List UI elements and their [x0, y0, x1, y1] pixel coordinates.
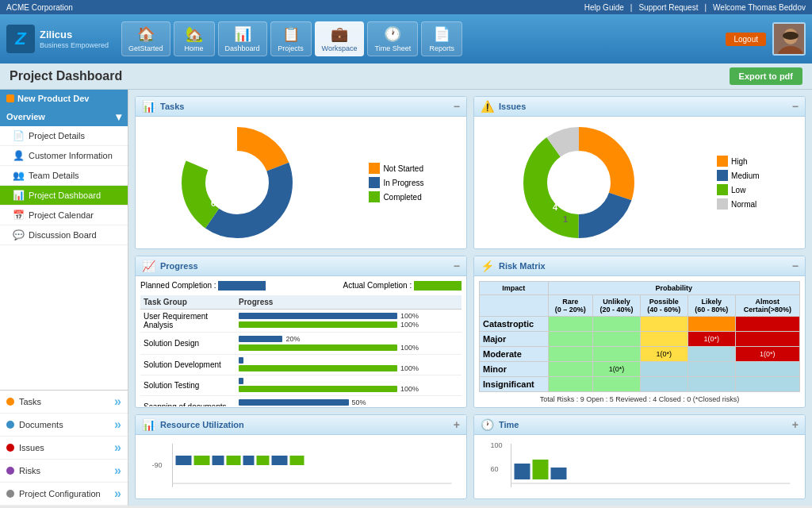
nav-items: 🏠 GetStarted 🏡 Home 📊 Dashboard 📋 Projec…: [121, 21, 462, 56]
normal-color: [717, 198, 728, 210]
legend-completed: Completed: [369, 191, 423, 202]
help-guide-link[interactable]: Help Guide: [584, 3, 624, 12]
issues-dot: [6, 444, 14, 452]
risk-cell-major-likely: 1(0*): [688, 331, 735, 346]
top-links: Help Guide | Support Request | Welcome T…: [584, 3, 806, 12]
sidebar-item-customer-information[interactable]: 👤 Customer Information: [0, 146, 128, 166]
nav-timesheet-label: Time Sheet: [374, 44, 411, 52]
in-progress-color: [369, 177, 380, 188]
legend-in-progress: In Progress: [369, 177, 423, 188]
sidebar-tasks-item[interactable]: Tasks »: [0, 391, 128, 414]
task-progress-cell: 100%: [236, 375, 462, 395]
planned-progress-bar: [239, 313, 397, 319]
sidebar-documents-item[interactable]: Documents »: [0, 414, 128, 437]
issues-arrow-icon: »: [114, 441, 121, 455]
logout-button[interactable]: Logout: [726, 33, 766, 46]
planned-completion-label: Planned Completion :: [140, 281, 266, 291]
risk-cell: [640, 361, 688, 376]
project-calendar-icon: 📅: [13, 210, 24, 221]
sidebar-item-project-details[interactable]: 📄 Project Details: [0, 126, 128, 146]
nav-timesheet[interactable]: 🕐 Time Sheet: [367, 21, 418, 56]
svg-rect-29: [290, 456, 304, 465]
tasks-minimize-button[interactable]: −: [454, 100, 460, 113]
home-icon: 🏡: [186, 25, 203, 43]
issues-panel-body: 3 2 4 1 High Medium Lo: [474, 117, 805, 248]
nav-dashboard-label: Dashboard: [225, 44, 260, 52]
time-minimize-button[interactable]: +: [792, 418, 799, 431]
risk-cell-moderate-certain: 1(0*): [735, 346, 799, 361]
risk-cell: [548, 361, 592, 376]
timesheet-icon: 🕐: [384, 25, 401, 43]
progress-table-row: Scanning of documents50%50%: [140, 395, 462, 406]
nav-reports[interactable]: 📄 Reports: [421, 21, 462, 56]
resource-panel-header: 📊 Resource Utilization +: [136, 415, 466, 435]
nav-projects[interactable]: 📋 Projects: [270, 21, 312, 56]
risk-cell: [592, 316, 640, 331]
sidebar-issues-item[interactable]: Issues »: [0, 437, 128, 460]
risk-cell: [640, 316, 688, 331]
insignificant-row: Insignificant: [480, 376, 800, 391]
legend-normal: Normal: [717, 198, 760, 210]
project-dashboard-icon: 📊: [13, 190, 24, 201]
risk-panel-body: Impact Probability Rare(0 – 20%) Unlikel…: [474, 276, 805, 408]
task-name: Solution Development: [140, 354, 236, 375]
rare-header: Rare(0 – 20%): [548, 294, 592, 316]
sidebar-item-discussion-board[interactable]: 💬 Discussion Board: [0, 225, 128, 245]
risk-minimize-button[interactable]: −: [792, 260, 799, 272]
nav-home[interactable]: 🏡 Home: [174, 21, 215, 56]
risk-cell: [592, 331, 640, 346]
tasks-legend: Not Started In Progress Completed: [369, 163, 423, 202]
issues-minimize-button[interactable]: −: [792, 100, 799, 113]
sidebar-overview-section[interactable]: Overview ▾: [0, 107, 128, 126]
resource-minimize-button[interactable]: +: [454, 418, 460, 431]
high-label: High: [731, 157, 748, 166]
sidebar-item-label: Project Calendar: [29, 210, 94, 220]
team-details-icon: 👥: [13, 170, 24, 181]
resource-header-icon: 📊: [142, 418, 155, 431]
completed-color: [369, 191, 380, 202]
chevron-down-icon: ▾: [116, 110, 121, 123]
project-name-bar: New Product Dev: [0, 90, 128, 107]
issues-donut-chart: 3 2 4 1: [519, 123, 638, 242]
svg-rect-25: [227, 456, 241, 465]
sidebar-item-project-calendar[interactable]: 📅 Project Calendar: [0, 206, 128, 225]
support-request-link[interactable]: Support Request: [638, 3, 698, 12]
time-title: Time: [499, 420, 519, 429]
task-progress-cell: 20%100%: [236, 332, 462, 354]
nav-dashboard[interactable]: 📊 Dashboard: [218, 21, 267, 56]
page-header: Project Dashboard Export to pdf: [0, 64, 812, 90]
svg-text:-90: -90: [152, 461, 163, 469]
sidebar-project-config-item[interactable]: Project Configuration »: [0, 483, 128, 506]
export-button[interactable]: Export to pdf: [730, 67, 802, 85]
content-area: 📊 Tasks − 5 11 6: [128, 90, 812, 506]
nav-projects-label: Projects: [278, 44, 304, 52]
logo-icon: Z: [6, 25, 35, 53]
sidebar-item-label: Project Dashboard: [29, 190, 101, 200]
likely-header: Likely(60 - 80%): [688, 294, 735, 316]
progress-minimize-button[interactable]: −: [454, 260, 460, 272]
issues-title: Issues: [499, 102, 526, 111]
actual-progress-bar: [239, 365, 397, 371]
nav-getstarted[interactable]: 🏠 GetStarted: [121, 21, 170, 56]
nav-home-label: Home: [185, 44, 204, 52]
almost-certain-header: AlmostCertain(>80%): [735, 294, 799, 316]
dashboard-icon: 📊: [234, 25, 251, 43]
nav-workspace[interactable]: 💼 Workspace: [315, 21, 365, 56]
actual-progress-bar: [239, 386, 397, 392]
sidebar-risks-item[interactable]: Risks »: [0, 460, 128, 483]
catastroptic-row: Catastroptic: [480, 316, 800, 331]
sidebar-item-project-dashboard[interactable]: 📊 Project Dashboard: [0, 186, 128, 206]
svg-text:2: 2: [589, 181, 595, 193]
probability-header: Probability: [548, 281, 799, 294]
sidebar-item-team-details[interactable]: 👥 Team Details: [0, 166, 128, 186]
tasks-arrow-icon: »: [114, 394, 121, 409]
company-name: ACME Corporation: [6, 3, 73, 12]
risk-cell: [548, 331, 592, 346]
resource-utilization-panel: 📊 Resource Utilization + -90: [135, 414, 467, 499]
avatar: [772, 22, 806, 56]
documents-dot: [6, 421, 14, 429]
workspace-icon: 💼: [331, 25, 348, 43]
risk-cell: [688, 346, 735, 361]
svg-text:100: 100: [491, 441, 503, 449]
logo: Z Zilicus Business Empowered: [6, 25, 109, 53]
